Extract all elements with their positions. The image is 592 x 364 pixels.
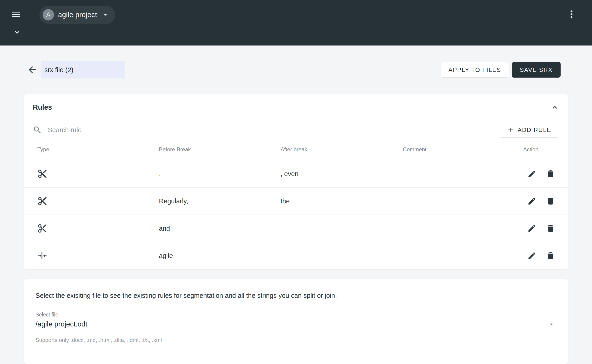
- rules-table: Type Before Break After break Comment Ac…: [24, 139, 568, 269]
- supported-formats-text: Supports only .docx, .md, .html, .dita, …: [35, 337, 557, 343]
- after-break-value: the: [280, 197, 403, 205]
- cut-rule-icon: [37, 169, 47, 179]
- more-options-icon[interactable]: [565, 8, 578, 20]
- before-break-value: agile: [159, 252, 280, 260]
- before-break-value: Regularly,: [159, 197, 280, 205]
- table-row: , , even: [24, 160, 568, 187]
- file-select-dropdown[interactable]: /agile project.odt: [35, 320, 557, 333]
- column-comment: Comment: [403, 146, 523, 153]
- search-icon: [33, 125, 42, 134]
- column-before-break: Before Break: [159, 146, 280, 153]
- search-rule-input[interactable]: [47, 126, 499, 134]
- app-bar: A agile project: [0, 0, 592, 46]
- rules-title: Rules: [33, 103, 52, 111]
- before-break-value: and: [159, 225, 280, 232]
- delete-rule-icon[interactable]: [546, 251, 555, 260]
- join-rule-icon: [37, 251, 47, 261]
- column-after-break: After break: [280, 146, 403, 153]
- caret-down-icon: [548, 321, 555, 328]
- after-break-value: , even: [280, 170, 403, 178]
- apply-to-files-button[interactable]: APPLY TO FILES: [441, 62, 509, 78]
- titlebar-actions: APPLY TO FILES SAVE SRX: [441, 62, 561, 78]
- file-select-description: Select the exisiting file to see the exi…: [35, 292, 557, 299]
- table-row: agile: [24, 242, 568, 269]
- cut-rule-icon: [37, 223, 47, 234]
- column-action: Action: [523, 146, 559, 153]
- edit-rule-icon[interactable]: [527, 251, 536, 260]
- rules-table-header: Type Before Break After break Comment Ac…: [24, 139, 568, 160]
- select-file-label: Select file: [35, 312, 557, 318]
- rules-card-header: Rules: [24, 93, 568, 112]
- srx-file-name-field[interactable]: srx file (2): [41, 61, 125, 78]
- delete-rule-icon[interactable]: [546, 224, 555, 233]
- plus-icon: [507, 126, 515, 134]
- chevron-down-icon[interactable]: [13, 28, 22, 37]
- table-row: Regularly, the: [24, 187, 568, 214]
- delete-rule-icon[interactable]: [546, 169, 555, 178]
- project-name: agile project: [58, 11, 97, 19]
- page-titlebar: srx file (2) APPLY TO FILES SAVE SRX: [24, 61, 568, 79]
- cut-rule-icon: [37, 196, 47, 206]
- edit-rule-icon[interactable]: [527, 196, 536, 206]
- main-content: srx file (2) APPLY TO FILES SAVE SRX Rul…: [0, 61, 592, 364]
- rules-card: Rules ADD RULE Type Before Break After b…: [24, 93, 568, 269]
- table-row: and: [24, 214, 568, 242]
- add-rule-button[interactable]: ADD RULE: [499, 122, 559, 138]
- add-rule-label: ADD RULE: [518, 126, 551, 134]
- selected-file-name: /agile project.odt: [35, 320, 87, 328]
- project-avatar: A: [43, 9, 54, 20]
- edit-rule-icon[interactable]: [527, 224, 536, 233]
- delete-rule-icon[interactable]: [546, 196, 555, 206]
- save-srx-button[interactable]: SAVE SRX: [512, 62, 561, 78]
- rules-table-body: , , even Regularly, the: [24, 160, 568, 269]
- rule-search-row: ADD RULE: [24, 122, 568, 138]
- menu-icon[interactable]: [10, 9, 21, 20]
- collapse-chevron-up-icon[interactable]: [551, 103, 559, 112]
- project-selector[interactable]: A agile project: [39, 6, 115, 24]
- column-type: Type: [33, 146, 159, 153]
- before-break-value: ,: [159, 170, 280, 178]
- back-arrow-icon[interactable]: [27, 65, 38, 75]
- edit-rule-icon[interactable]: [527, 169, 536, 178]
- caret-down-icon: [102, 11, 109, 18]
- file-select-card: Select the exisiting file to see the exi…: [24, 279, 568, 364]
